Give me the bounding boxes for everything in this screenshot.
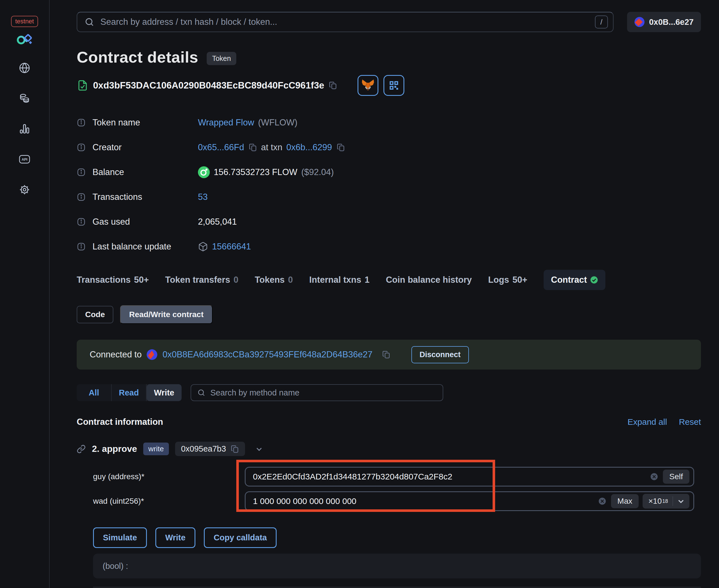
account-avatar [634, 17, 644, 27]
balance-amount: 156.73532723 FLOW [214, 167, 297, 177]
self-button[interactable]: Self [663, 469, 690, 484]
contract-type-badge: Token [207, 52, 236, 65]
sidebar: testnet API [0, 0, 49, 588]
subtab-code[interactable]: Code [77, 306, 114, 323]
method-search-input[interactable] [210, 388, 436, 397]
block-cube-icon [198, 241, 208, 252]
field-label-wad: wad (uint256)* [93, 497, 245, 506]
global-search[interactable]: / [77, 12, 614, 32]
account-address: 0x0B...6e27 [649, 18, 694, 27]
connected-label: Connected to [90, 350, 142, 360]
info-row-gas-used: Gas used 2,065,041 [77, 215, 701, 229]
method-name: 2. approve [92, 444, 137, 454]
reset-link[interactable]: Reset [679, 417, 701, 427]
title-row: Contract details Token [77, 48, 701, 66]
expand-all-link[interactable]: Expand all [628, 417, 667, 427]
token-symbol: (WFLOW) [258, 118, 297, 128]
info-row-transactions: Transactions 53 [77, 190, 701, 204]
tab-contract[interactable]: Contract [543, 270, 605, 290]
copy-connected-icon[interactable] [382, 350, 391, 359]
disconnect-button[interactable]: Disconnect [411, 346, 469, 363]
contract-info-list: Token name Wrapped Flow (WFLOW) Creator … [77, 116, 701, 253]
clear-input-icon[interactable] [650, 472, 658, 481]
info-row-creator: Creator 0x65...66Fd at txn 0x6b...6299 [77, 141, 701, 154]
tab-coin-balance-history[interactable]: Coin balance history [386, 275, 472, 285]
field-row-wad: wad (uint256)* Max ×1018 [93, 491, 701, 511]
search-input[interactable] [100, 17, 595, 27]
filter-all[interactable]: All [77, 384, 112, 401]
chevron-down-icon [676, 497, 685, 506]
verified-check-icon [590, 276, 598, 284]
max-button[interactable]: Max [611, 494, 639, 508]
copy-creator-icon[interactable] [249, 143, 257, 152]
method-search[interactable] [191, 384, 443, 401]
collapse-chevron-icon[interactable] [254, 444, 264, 454]
copy-selector-icon[interactable] [231, 445, 239, 453]
method-approve-body: guy (address)* Self wad (uint256)* Max ×… [93, 467, 701, 587]
contract-address: 0xd3bF53DAC106A0290B0483EcBC89d40FcC961f… [93, 80, 324, 91]
subtab-read-write[interactable]: Read/Write contract [120, 305, 212, 324]
info-row-last-balance-update: Last balance update 15666641 [77, 240, 701, 253]
tab-internal-txns[interactable]: Internal txns1 [309, 275, 370, 285]
info-icon[interactable] [77, 118, 86, 127]
tab-tokens[interactable]: Tokens0 [254, 275, 293, 285]
section-divider [93, 587, 701, 587]
tab-token-transfers[interactable]: Token transfers0 [165, 275, 239, 285]
info-icon[interactable] [77, 168, 86, 177]
tab-logs[interactable]: Logs50+ [488, 275, 527, 285]
contract-information-header: Contract information Expand all Reset [77, 417, 701, 427]
token-link[interactable]: Wrapped Flow [198, 118, 254, 128]
search-icon [85, 17, 94, 27]
field-input-wad[interactable] [253, 497, 598, 506]
method-output: (bool) : [93, 553, 701, 579]
flow-coin-icon [198, 166, 210, 178]
section-title: Contract information [77, 417, 163, 427]
app-logo-icon[interactable] [16, 33, 33, 46]
tabs-bar: Transactions50+ Token transfers0 Tokens0… [77, 270, 701, 290]
method-filter-row: All Read Write [77, 384, 701, 401]
connected-banner: Connected to 0x0B8EA6d6983cCBa39275493FE… [77, 340, 701, 370]
read-write-segmented-control: All Read Write [77, 384, 182, 401]
api-icon[interactable]: API [19, 153, 30, 165]
network-badge: testnet [11, 16, 38, 27]
info-icon[interactable] [77, 217, 86, 226]
at-txn-text: at txn [261, 142, 283, 152]
filter-read[interactable]: Read [112, 384, 147, 401]
blockchain-icon[interactable] [19, 62, 30, 74]
field-input-guy[interactable] [253, 472, 650, 481]
filter-write[interactable]: Write [147, 384, 182, 401]
creator-address-link[interactable]: 0x65...66Fd [198, 142, 244, 152]
sidebar-nav: API [19, 62, 30, 196]
qr-code-button[interactable] [384, 75, 404, 96]
anchor-link-icon[interactable] [77, 444, 86, 454]
tokens-icon[interactable] [19, 92, 30, 104]
qr-code-icon [388, 80, 399, 91]
connected-address[interactable]: 0x0B8EA6d6983cCBa39275493FEf648a2D64B36e… [162, 350, 372, 360]
add-to-metamask-button[interactable] [357, 75, 378, 96]
block-number-link[interactable]: 15666641 [212, 241, 251, 252]
method-approve-header[interactable]: 2. approve write 0x095ea7b3 [77, 442, 701, 456]
transactions-count-link[interactable]: 53 [198, 192, 207, 202]
method-selector-pill: 0x095ea7b3 [175, 442, 245, 456]
write-button[interactable]: Write [156, 527, 196, 548]
account-button[interactable]: 0x0B...6e27 [627, 12, 701, 32]
info-icon[interactable] [77, 192, 86, 202]
info-icon[interactable] [77, 242, 86, 251]
info-icon[interactable] [77, 143, 86, 152]
settings-gear-icon[interactable] [19, 184, 30, 196]
connected-avatar [147, 349, 157, 360]
contract-subtabs: Code Read/Write contract [77, 305, 701, 324]
page-title: Contract details [77, 48, 198, 66]
method-actions: Simulate Write Copy calldata [93, 527, 701, 548]
copy-address-icon[interactable] [329, 81, 337, 90]
main-content: / 0x0B...6e27 Contract details Token 0xd… [49, 0, 719, 588]
simulate-button[interactable]: Simulate [93, 527, 147, 548]
multiplier-dropdown[interactable]: ×1018 [642, 494, 690, 508]
tab-transactions[interactable]: Transactions50+ [77, 275, 149, 285]
clear-input-icon[interactable] [598, 497, 607, 505]
creation-txn-link[interactable]: 0x6b...6299 [286, 142, 332, 152]
copy-calldata-button[interactable]: Copy calldata [204, 527, 277, 548]
charts-stats-icon[interactable] [19, 123, 30, 135]
search-icon [198, 389, 205, 397]
copy-txn-icon[interactable] [337, 143, 345, 152]
